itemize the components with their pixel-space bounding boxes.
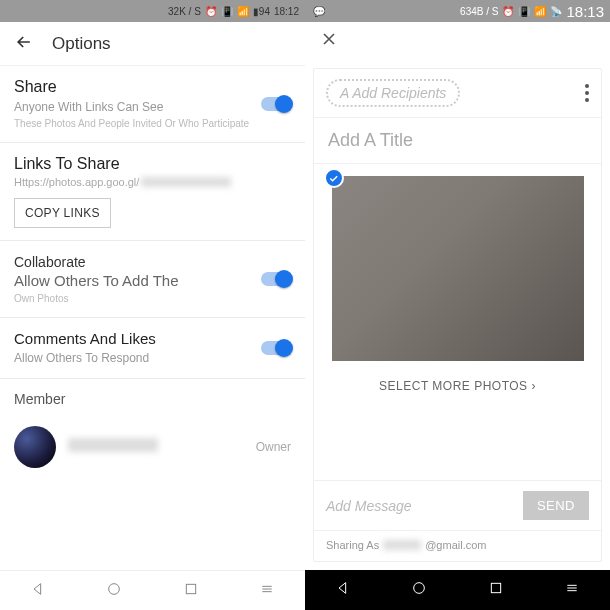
nav-back-icon[interactable]	[30, 581, 46, 601]
message-field[interactable]: Add Message	[326, 498, 515, 514]
comments-section: Comments And Likes Allow Others To Respo…	[0, 318, 305, 379]
member-name	[68, 438, 244, 456]
message-row: Add Message SEND	[314, 480, 601, 530]
share-url: Https://photos.app.goo.gl/	[14, 176, 291, 188]
alarm-icon: ⏰	[502, 6, 514, 17]
comments-toggle[interactable]	[261, 341, 291, 355]
copy-link-button[interactable]: COPY LINKS	[14, 198, 111, 228]
svg-point-2	[414, 583, 425, 594]
links-section: Links To Share Https://photos.app.goo.gl…	[0, 143, 305, 241]
status-bar-left: 32K / S ⏰ 📳 📶 ▮94 18:12	[0, 0, 305, 22]
nav-bar-left	[0, 570, 305, 610]
battery-icon: ▮94	[253, 6, 270, 17]
sharing-email-blurred	[383, 540, 421, 550]
share-section: Share Anyone With Links Can See These Ph…	[0, 66, 305, 143]
whatsapp-icon: 💬	[313, 6, 325, 17]
collaborate-toggle[interactable]	[261, 272, 291, 286]
title-field[interactable]: Add A Title	[314, 118, 601, 164]
share-title: Share	[14, 78, 291, 96]
nav-home-icon[interactable]	[106, 581, 122, 601]
close-icon[interactable]	[319, 29, 339, 53]
signal-icon: 📶	[237, 6, 249, 17]
left-pane: 32K / S ⏰ 📳 📶 ▮94 18:12 Options Share An…	[0, 0, 305, 610]
sharing-as-row: Sharing As @gmail.com	[314, 530, 601, 561]
nav-menu-icon[interactable]	[259, 581, 275, 601]
collaborate-caption: Own Photos	[14, 292, 291, 305]
member-heading: Member	[14, 391, 291, 407]
comments-subtitle: Allow Others To Respond	[14, 350, 291, 366]
send-button[interactable]: SEND	[523, 491, 589, 520]
select-more-button[interactable]: SELECT MORE PHOTOS ›	[379, 379, 536, 393]
recipients-row: A Add Recipients	[314, 69, 601, 118]
share-subtitle: Anyone With Links Can See	[14, 99, 291, 115]
nav-back-icon[interactable]	[335, 580, 351, 600]
avatar	[14, 426, 56, 468]
nav-menu-icon[interactable]	[564, 580, 580, 600]
collaborate-title: Collaborate	[14, 253, 291, 272]
status-speed-right: 634B / S	[460, 6, 498, 17]
alarm-icon: ⏰	[205, 6, 217, 17]
status-speed: 32K / S	[168, 6, 201, 17]
member-role: Owner	[256, 440, 291, 454]
status-time: 18:12	[274, 6, 299, 17]
compose-app-bar	[305, 22, 610, 60]
vibrate-icon: 📳	[221, 6, 233, 17]
member-heading-section: Member	[0, 379, 305, 412]
svg-point-0	[109, 583, 120, 594]
collaborate-subtitle: Allow Others To Add The	[14, 272, 291, 289]
vibrate-icon: 📳	[518, 6, 530, 17]
signal-icon: 📶	[534, 6, 546, 17]
compose-card: A Add Recipients Add A Title SELECT MORE…	[313, 68, 602, 562]
svg-rect-1	[186, 584, 195, 593]
app-bar: Options	[0, 22, 305, 66]
nav-home-icon[interactable]	[411, 580, 427, 600]
svg-rect-3	[491, 583, 500, 592]
status-time-right: 18:13	[566, 3, 604, 20]
add-recipients-field[interactable]: A Add Recipients	[326, 79, 460, 107]
share-caption: These Photos And People Invited Or Who P…	[14, 117, 291, 130]
share-toggle[interactable]	[261, 97, 291, 111]
sharing-email-domain: @gmail.com	[425, 539, 486, 551]
nav-recent-icon[interactable]	[488, 580, 504, 600]
links-title: Links To Share	[14, 155, 291, 173]
page-title: Options	[52, 34, 111, 54]
photo-area: SELECT MORE PHOTOS ›	[314, 164, 601, 433]
overflow-menu-icon[interactable]	[585, 84, 589, 102]
status-bar-right: 💬 634B / S ⏰ 📳 📶 📡 18:13	[305, 0, 610, 22]
collaborate-section: Collaborate Allow Others To Add The Own …	[0, 241, 305, 318]
sharing-as-label: Sharing As	[326, 539, 379, 551]
right-pane: 💬 634B / S ⏰ 📳 📶 📡 18:13 A Add Recipient…	[305, 0, 610, 610]
comments-title: Comments And Likes	[14, 330, 291, 347]
photo-thumbnail[interactable]	[332, 176, 584, 361]
back-icon[interactable]	[14, 32, 34, 56]
wifi-icon: 📡	[550, 6, 562, 17]
nav-recent-icon[interactable]	[183, 581, 199, 601]
member-row[interactable]: Owner	[0, 412, 305, 482]
selected-check-icon	[324, 168, 344, 188]
nav-bar-right	[305, 570, 610, 610]
